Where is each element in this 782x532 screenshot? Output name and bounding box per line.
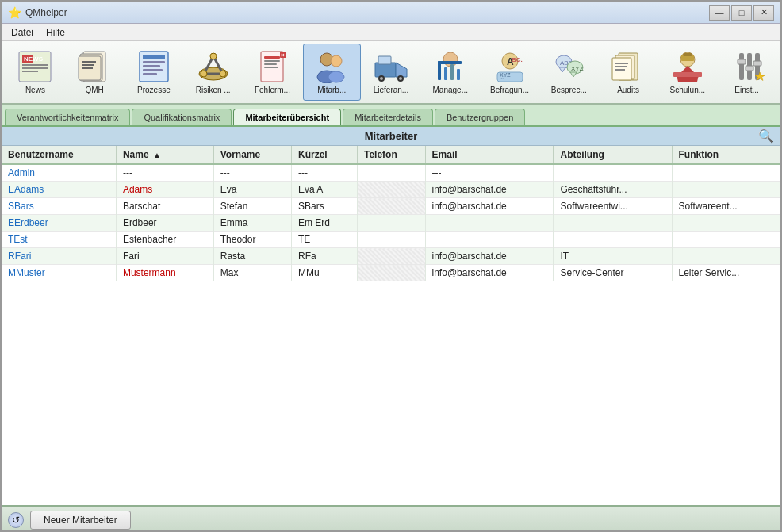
svg-rect-47 [450, 64, 454, 80]
table-row[interactable]: EErdbeerErdbeerEmmaEm Erd [2, 215, 780, 232]
audits-label: Audits [617, 86, 639, 95]
cell-funktion [672, 182, 780, 198]
toolbar-besprech[interactable]: ABC XYZ Besprec... [540, 44, 598, 101]
einst-label: Einst... [734, 86, 759, 95]
svg-rect-26 [264, 56, 280, 59]
tab-mitarbeiterdetails[interactable]: Mitarbeiterdetails [343, 109, 433, 125]
svg-rect-78 [753, 61, 761, 66]
cell-vorname: Emma [213, 215, 291, 232]
col-vorname[interactable]: Vorname [213, 146, 291, 164]
table-row[interactable]: MMusterMustermannMaxMMuXXXXXXXXXXinfo@ba… [2, 265, 780, 281]
cell-vorname: Theodor [213, 232, 291, 248]
svg-rect-65 [615, 66, 627, 67]
cell-email: info@barschat.de [425, 248, 554, 265]
cell-telefon: XXXXXXXXXX [357, 265, 425, 281]
maximize-button[interactable]: □ [731, 5, 752, 21]
col-abteilung[interactable]: Abteilung [554, 146, 672, 164]
search-icon[interactable]: 🔍 [758, 128, 774, 144]
app-icon: ⭐ [8, 6, 21, 19]
tab-mitarbeiteruebersicht[interactable]: Mitarbeiterübersicht [233, 109, 341, 125]
cell-email: --- [425, 164, 554, 182]
manage-label: Manage... [433, 86, 468, 95]
cell-kuerzel: Em Erd [291, 215, 357, 232]
svg-text:···: ··· [500, 76, 504, 81]
table-row[interactable]: EAdamsAdamsEvaEva AXXXXXXXXXXinfo@barsch… [2, 182, 780, 198]
cell-email [425, 215, 554, 232]
svg-rect-73 [739, 53, 744, 80]
table-row[interactable]: Admin------------ [2, 164, 780, 182]
table-row[interactable]: RFariFariRastaRFaXXXXXXXXXXinfo@barschat… [2, 248, 780, 265]
svg-marker-72 [681, 66, 694, 72]
toolbar-audits[interactable]: Audits [600, 44, 657, 101]
fehlerm-icon: × [253, 49, 291, 84]
svg-rect-3 [22, 64, 48, 66]
toolbar-prozesse[interactable]: Prozesse [125, 44, 183, 101]
col-benutzername[interactable]: Benutzername [2, 146, 116, 164]
cell-kuerzel: Eva A [291, 182, 357, 198]
col-funktion[interactable]: Funktion [672, 146, 780, 164]
col-kuerzel[interactable]: Kürzel [291, 146, 357, 164]
toolbar-befragun[interactable]: A BC. XYZ ··· Befragun... [481, 44, 539, 101]
toolbar-fehlerm[interactable]: × Fehlerm... [243, 44, 301, 101]
cell-kuerzel: --- [291, 164, 357, 182]
table-container: Benutzername Name ▲ Vorname Kürzel Telef… [2, 146, 780, 505]
toolbar-manage[interactable]: Manage... [421, 44, 479, 101]
col-name[interactable]: Name ▲ [116, 146, 213, 164]
svg-rect-64 [615, 63, 628, 64]
svg-rect-14 [143, 61, 165, 63]
col-telefon[interactable]: Telefon [357, 146, 425, 164]
close-button[interactable]: ✕ [753, 5, 774, 21]
table-row[interactable]: TEstEstenbacherTheodorTE [2, 232, 780, 248]
cell-abteilung: Service-Center [554, 265, 672, 281]
svg-rect-13 [143, 55, 165, 59]
sort-arrow: ▲ [153, 151, 161, 159]
menu-datei[interactable]: Datei [5, 25, 40, 40]
risiken-label: Risiken ... [196, 86, 231, 95]
cell-abteilung [554, 164, 672, 182]
toolbar-risiken[interactable]: Risiken ... [184, 44, 242, 101]
section-header: Mitarbeiter 🔍 [2, 127, 780, 146]
cell-name: Barschat [116, 198, 213, 215]
svg-point-41 [399, 77, 402, 80]
cell-telefon: XXXXXXXXXX [357, 248, 425, 265]
toolbar-einst[interactable]: Einst... [718, 44, 776, 101]
toolbar-schulun[interactable]: Schulun... [658, 44, 716, 101]
qmh-icon [75, 49, 113, 84]
audits-icon [609, 49, 647, 84]
minimize-button[interactable]: — [709, 5, 730, 21]
cell-name: --- [116, 164, 213, 182]
cell-name: Adams [116, 182, 213, 198]
prozesse-label: Prozesse [137, 86, 171, 95]
svg-marker-37 [396, 63, 407, 77]
new-employee-button[interactable]: Neuer Mitarbeiter [30, 511, 131, 530]
cell-abteilung: Softwareentwi... [554, 198, 672, 215]
cell-telefon [357, 215, 425, 232]
cell-funktion [672, 215, 780, 232]
svg-rect-17 [143, 73, 157, 75]
cell-vorname: Rasta [213, 248, 291, 265]
toolbar-lieferan[interactable]: Lieferan... [362, 44, 420, 101]
manage-icon [431, 49, 470, 84]
menu-hilfe[interactable]: Hilfe [40, 25, 71, 40]
col-email[interactable]: Email [425, 146, 554, 164]
cell-telefon [357, 164, 425, 182]
toolbar-news[interactable]: NEWS News [6, 44, 64, 101]
tab-verantwortlichkeitenmatrix[interactable]: Verantwortlichkeitenmatrix [5, 109, 130, 125]
tab-benutzergruppen[interactable]: Benutzergruppen [435, 109, 525, 125]
tab-qualifikationsmatrix[interactable]: Qualifikationsmatrix [132, 109, 232, 125]
toolbar-qmh[interactable]: QMH [66, 44, 124, 101]
svg-rect-15 [143, 65, 160, 67]
title-bar: ⭐ QMhelper — □ ✕ [2, 2, 780, 24]
status-bar: ↺ Neuer Mitarbeiter [2, 505, 780, 532]
cell-name: Erdbeer [116, 215, 213, 232]
table-row[interactable]: SBarsBarschatStefanSBarsXXXXXXXXXXinfo@b… [2, 198, 780, 215]
cell-vorname: Max [213, 265, 291, 281]
toolbar-mitarb[interactable]: Mitarb... [303, 44, 361, 101]
svg-text:XYZ: XYZ [571, 65, 584, 72]
cell-abteilung: IT [554, 248, 672, 265]
svg-rect-9 [82, 61, 96, 63]
cell-name: Fari [116, 248, 213, 265]
risiken-icon [194, 49, 232, 84]
svg-point-22 [201, 71, 207, 77]
cell-name: Estenbacher [116, 232, 213, 248]
